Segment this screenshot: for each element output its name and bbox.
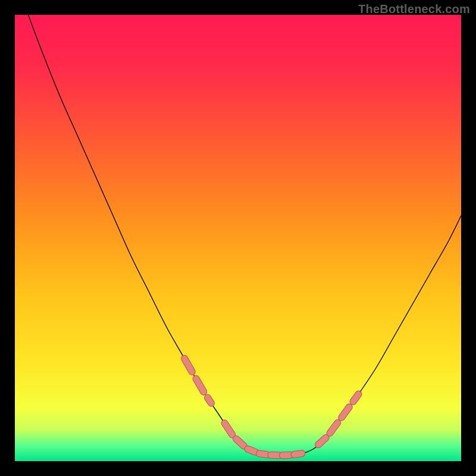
chart-canvas [15, 15, 461, 461]
watermark-label: TheBottleneck.com [358, 2, 470, 16]
chart-frame: TheBottleneck.com [0, 0, 476, 476]
plot-area [15, 15, 461, 461]
